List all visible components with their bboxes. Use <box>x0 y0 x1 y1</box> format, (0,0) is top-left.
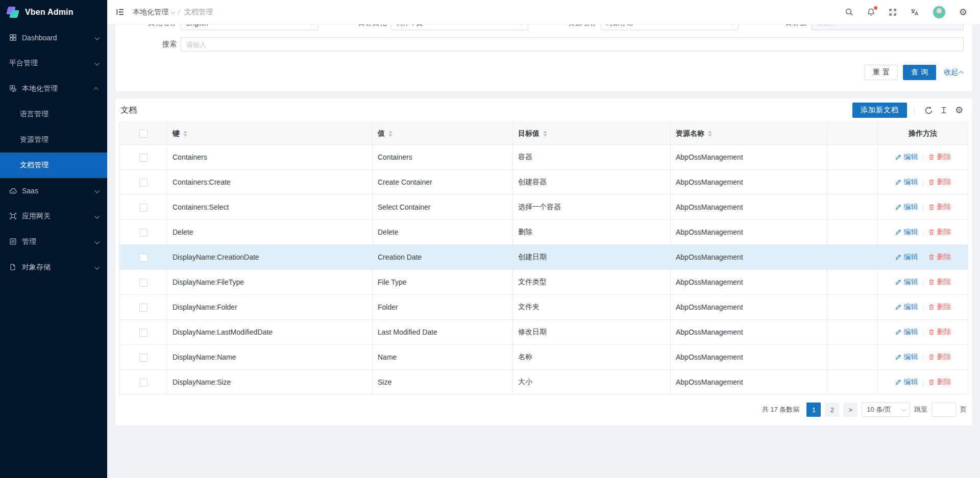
sort-icons[interactable] <box>543 131 547 137</box>
chevron-down-icon <box>94 213 100 218</box>
refresh-icon[interactable] <box>921 103 936 118</box>
page-button-1[interactable]: 1 <box>806 402 821 417</box>
resource-name-cell: AbpOssManagement <box>671 370 827 395</box>
delete-button[interactable]: 删除 <box>928 178 951 187</box>
resource-name-cell: AbpOssManagement <box>671 320 827 345</box>
action-divider <box>923 205 923 212</box>
row-checkbox[interactable] <box>139 154 148 162</box>
delete-button[interactable]: 删除 <box>928 328 951 337</box>
fullscreen-icon[interactable] <box>882 0 903 24</box>
edit-button[interactable]: 编辑 <box>895 153 918 162</box>
sidebar-fold-icon[interactable] <box>114 7 126 18</box>
translate-icon[interactable] <box>903 0 926 24</box>
row-checkbox[interactable] <box>139 279 148 287</box>
target-value-cell: 删除 <box>513 220 671 245</box>
query-button[interactable]: 查询 <box>903 65 936 80</box>
notification-icon[interactable] <box>860 0 882 24</box>
sidebar-item-label: 本地化管理 <box>22 84 95 93</box>
sidebar-item-oss[interactable]: 对象存储 <box>0 255 107 280</box>
select-all-checkbox-cell[interactable] <box>119 122 167 145</box>
jump-page-input[interactable] <box>932 402 956 417</box>
sidebar-item-saas[interactable]: Saas <box>0 178 107 204</box>
spacer-cell <box>827 245 878 270</box>
edit-button[interactable]: 编辑 <box>895 203 918 212</box>
actions-cell: 编辑删除 <box>878 370 968 395</box>
value-cell: Delete <box>373 220 513 245</box>
column-setting-icon[interactable]: ⚙ <box>951 103 967 118</box>
sidebar-item-gateway[interactable]: 应用网关 <box>0 204 107 229</box>
delete-button[interactable]: 删除 <box>928 203 951 212</box>
edit-button[interactable]: 编辑 <box>895 378 918 387</box>
chevron-down-icon <box>94 188 100 193</box>
sidebar-item-localization[interactable]: 本地化管理 <box>0 76 107 102</box>
breadcrumb-item[interactable]: 本地化管理 <box>133 8 174 17</box>
delete-button[interactable]: 删除 <box>928 253 951 262</box>
sort-icons[interactable] <box>388 131 393 137</box>
select-all-checkbox[interactable] <box>139 130 148 138</box>
app-logo[interactable]: Vben Admin <box>0 0 107 24</box>
row-checkbox[interactable] <box>139 229 148 237</box>
table-row: Containers:SelectSelect Container选择一个容器A… <box>119 195 968 220</box>
delete-button[interactable]: 删除 <box>928 378 951 387</box>
row-height-icon[interactable] <box>936 103 951 118</box>
edit-button[interactable]: 编辑 <box>895 253 918 262</box>
row-checkbox[interactable] <box>139 304 148 312</box>
row-checkbox[interactable] <box>139 204 148 212</box>
delete-button[interactable]: 删除 <box>928 153 951 162</box>
sidebar-item-resource[interactable]: 资源管理 <box>0 127 107 153</box>
value-cell: Folder <box>373 295 513 320</box>
sort-icons[interactable] <box>183 131 187 137</box>
document-table-card: 文档 添加新文档 ⚙ 键 值 <box>115 98 972 425</box>
edit-button[interactable]: 编辑 <box>895 178 918 187</box>
page-button-2[interactable]: 2 <box>825 402 839 417</box>
sidebar-item-dashboard[interactable]: Dashboard <box>0 25 107 51</box>
delete-button[interactable]: 删除 <box>928 228 951 237</box>
spacer-cell <box>827 195 878 220</box>
delete-button[interactable]: 删除 <box>928 278 951 287</box>
row-checkbox[interactable] <box>139 329 148 337</box>
edit-button[interactable]: 编辑 <box>895 303 918 312</box>
row-checkbox[interactable] <box>139 354 148 362</box>
edit-button[interactable]: 编辑 <box>895 278 918 287</box>
sort-icons[interactable] <box>708 131 712 137</box>
collapse-link[interactable]: 收起 <box>944 68 964 77</box>
row-checkbox[interactable] <box>139 254 148 262</box>
chevron-down-icon <box>901 407 906 412</box>
search-input[interactable] <box>181 37 964 52</box>
spacer-cell <box>827 295 878 320</box>
dashboard-icon <box>9 34 17 42</box>
sidebar-item-language[interactable]: 语言管理 <box>0 102 107 127</box>
pagination: 共 17 条数据 12 > 10 条/页 跳至 页 <box>119 395 968 424</box>
edit-icon <box>895 379 902 386</box>
avatar[interactable] <box>926 0 952 24</box>
settings-icon[interactable]: ⚙ <box>952 0 974 24</box>
page-size-select[interactable]: 10 条/页 <box>862 402 910 417</box>
add-document-button[interactable]: 添加新文档 <box>852 103 907 118</box>
search-icon[interactable] <box>838 0 860 24</box>
row-checkbox[interactable] <box>139 379 148 387</box>
edit-button[interactable]: 编辑 <box>895 328 918 337</box>
sidebar-item-platform[interactable]: 平台管理 <box>0 51 107 76</box>
sidebar-item-label: Saas <box>22 187 95 195</box>
edit-button[interactable]: 编辑 <box>895 228 918 237</box>
column-header-value[interactable]: 值 <box>373 122 513 145</box>
edit-icon <box>895 304 902 311</box>
edit-icon <box>895 204 902 211</box>
breadcrumb-label: 文档管理 <box>184 8 213 17</box>
column-header-key[interactable]: 键 <box>167 122 373 145</box>
column-header-target[interactable]: 目标值 <box>513 122 671 145</box>
key-cell: DisplayName:CreationDate <box>167 245 373 270</box>
target-value-cell: 文件类型 <box>513 270 671 295</box>
row-checkbox[interactable] <box>139 179 148 187</box>
delete-button[interactable]: 删除 <box>928 303 951 312</box>
target-value-cell: 大小 <box>513 370 671 395</box>
sidebar-item-admin[interactable]: 管理 <box>0 229 107 255</box>
edit-button[interactable]: 编辑 <box>895 353 918 362</box>
delete-button[interactable]: 删除 <box>928 353 951 362</box>
reset-button[interactable]: 重置 <box>865 65 898 80</box>
actions-cell: 编辑删除 <box>878 220 968 245</box>
next-page-button[interactable]: > <box>843 402 857 417</box>
sidebar-item-label: Dashboard <box>22 34 95 42</box>
column-header-resource[interactable]: 资源名称 <box>671 122 827 145</box>
sidebar-item-document[interactable]: 文档管理 <box>0 153 107 178</box>
